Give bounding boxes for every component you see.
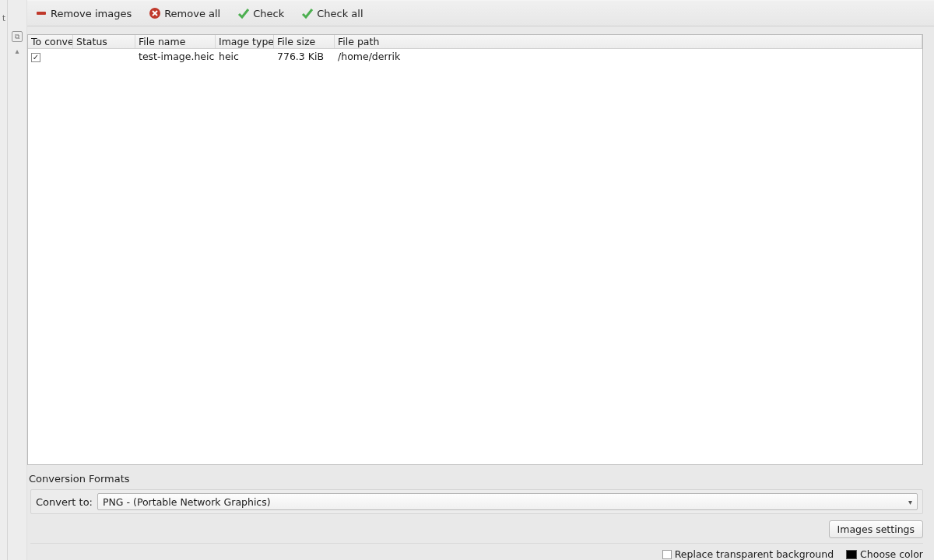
check-all-button[interactable]: Check all (298, 5, 366, 21)
check-icon (301, 7, 314, 19)
main-panel: Remove images Remove all Check Check all (27, 0, 934, 560)
choose-color-label: Choose color (860, 548, 923, 560)
divider (30, 543, 923, 544)
left-icon-column: ⧉ ▴ (8, 0, 27, 560)
check-label: Check (253, 8, 284, 19)
images-settings-button[interactable]: Images settings (829, 520, 923, 538)
cell-to-convert[interactable]: ✓ (28, 51, 73, 62)
convert-to-selected-value: PNG - (Portable Network Graphics) (103, 496, 271, 508)
col-header-to-convert[interactable]: To convert (28, 35, 73, 48)
color-swatch[interactable] (846, 550, 857, 559)
table-body[interactable]: ✓ test-image.heic heic 776.3 KiB /home/d… (28, 49, 922, 464)
convert-to-row: Convert to: PNG - (Portable Network Grap… (30, 489, 923, 514)
cell-file-name: test-image.heic (135, 51, 216, 62)
conversion-formats-title: Conversion Formats (27, 470, 923, 488)
remove-images-button[interactable]: Remove images (32, 5, 135, 21)
close-circle-icon (149, 7, 161, 19)
svg-rect-0 (37, 12, 46, 15)
minus-icon (35, 7, 47, 19)
replace-transparent-bg-option[interactable]: Replace transparent background (662, 548, 834, 560)
cell-file-path: /home/derrik (335, 51, 922, 62)
replace-transparent-bg-label: Replace transparent background (675, 548, 834, 560)
check-icon (237, 7, 250, 19)
row-checkbox[interactable]: ✓ (31, 53, 40, 62)
convert-to-select[interactable]: PNG - (Portable Network Graphics) ▾ (97, 493, 918, 510)
check-button[interactable]: Check (234, 5, 287, 21)
col-header-file-size[interactable]: File size (274, 35, 335, 48)
panel-toggle-icon[interactable]: ⧉ (12, 31, 23, 42)
remove-all-button[interactable]: Remove all (146, 5, 223, 21)
toolbar: Remove images Remove all Check Check all (27, 0, 934, 26)
col-header-file-path[interactable]: File path (335, 35, 922, 48)
table-header-row: To convert Status File name Image type F… (28, 35, 922, 49)
truncated-letter: t (2, 14, 5, 23)
left-gutter: t (0, 0, 8, 560)
col-header-status[interactable]: Status (73, 35, 135, 48)
remove-all-label: Remove all (164, 8, 220, 19)
table-row[interactable]: ✓ test-image.heic heic 776.3 KiB /home/d… (28, 49, 922, 63)
cell-file-size: 776.3 KiB (274, 51, 335, 62)
bottom-options-row: Replace transparent background Choose co… (30, 548, 923, 560)
choose-color-option[interactable]: Choose color (846, 548, 923, 560)
col-header-file-name[interactable]: File name (135, 35, 216, 48)
convert-to-label: Convert to: (31, 496, 97, 508)
check-all-label: Check all (317, 8, 363, 19)
file-table: To convert Status File name Image type F… (27, 34, 923, 465)
chevron-down-icon: ▾ (908, 498, 912, 506)
cell-image-type: heic (216, 51, 274, 62)
remove-images-label: Remove images (51, 8, 132, 19)
col-header-image-type[interactable]: Image type (216, 35, 274, 48)
replace-transparent-bg-checkbox[interactable] (662, 550, 672, 559)
collapse-up-icon[interactable]: ▴ (15, 47, 19, 55)
